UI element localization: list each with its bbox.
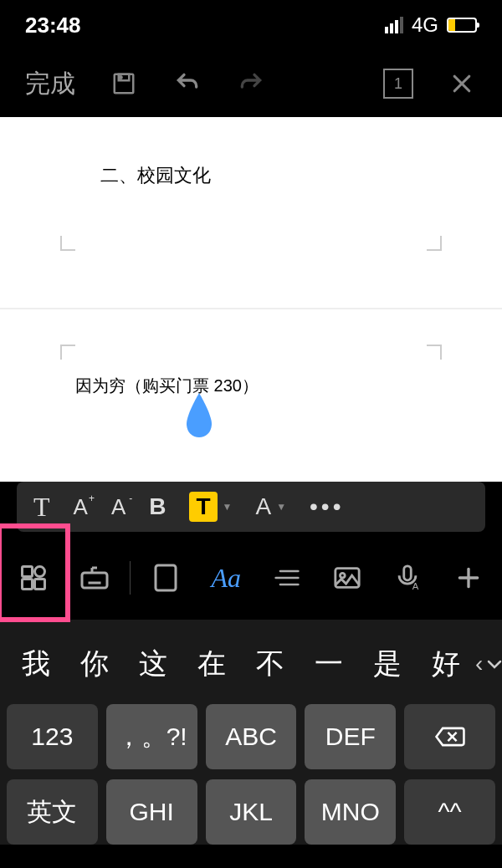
document-text-line[interactable]: 二、校园文化: [100, 163, 211, 188]
page-break: [0, 308, 502, 309]
key-emoji[interactable]: ^^: [404, 779, 495, 845]
svg-rect-23: [404, 566, 412, 580]
font-format-button[interactable]: Aa: [201, 549, 251, 607]
more-options-button[interactable]: •••: [310, 493, 344, 520]
redo-icon[interactable]: [236, 69, 266, 99]
candidate-row: 我 你 这 在 不 一 是 好 ‹: [0, 636, 502, 704]
bold-button[interactable]: B: [149, 493, 166, 520]
apps-grid-button[interactable]: [8, 549, 59, 607]
svg-rect-21: [336, 569, 359, 588]
key-punctuation[interactable]: ，。?!: [106, 704, 197, 769]
candidate-word[interactable]: 不: [241, 645, 300, 683]
divider: [130, 561, 131, 595]
image-button[interactable]: [322, 549, 372, 607]
chevron-down-icon: ▼: [276, 501, 286, 513]
top-toolbar: 完成 1: [0, 50, 502, 117]
add-button[interactable]: [443, 549, 494, 607]
page-number: 1: [394, 75, 402, 93]
key-def[interactable]: DEF: [305, 704, 396, 769]
svg-rect-9: [82, 573, 107, 588]
battery-icon: [447, 18, 477, 33]
signal-icon: [385, 17, 403, 33]
svg-text:A: A: [412, 581, 419, 591]
cursor-handle-icon[interactable]: [182, 389, 216, 439]
page-corner-icon: [60, 236, 75, 251]
key-grid: 123 ，。?! ABC DEF 英文 GHI JKL MNO ^^: [0, 704, 502, 845]
undo-icon[interactable]: [172, 69, 202, 99]
key-ghi[interactable]: GHI: [106, 779, 197, 845]
network-label: 4G: [412, 13, 438, 37]
document-text-line[interactable]: 因为穷（购买门票 230）: [75, 375, 259, 397]
key-mno[interactable]: MNO: [305, 779, 396, 845]
svg-rect-0: [115, 74, 134, 94]
key-language[interactable]: 英文: [7, 779, 98, 845]
page-corner-icon: [60, 345, 75, 360]
svg-rect-5: [23, 567, 33, 577]
candidate-word[interactable]: 你: [65, 645, 124, 683]
voice-input-button[interactable]: A: [382, 549, 433, 607]
svg-point-22: [341, 573, 346, 578]
svg-rect-7: [23, 580, 33, 590]
paragraph-button[interactable]: [261, 549, 311, 607]
highlight-button[interactable]: T ▼: [189, 492, 232, 522]
candidate-word[interactable]: 在: [182, 645, 241, 683]
keyboard-button[interactable]: [69, 549, 119, 607]
svg-point-6: [35, 567, 45, 577]
svg-rect-17: [156, 565, 176, 590]
candidate-word[interactable]: 好: [417, 645, 475, 683]
bottom-toolbar: Aa A: [0, 536, 502, 620]
done-button[interactable]: 完成: [25, 67, 75, 101]
format-toolbar: T A+ A- B T ▼ A ▼ •••: [17, 482, 485, 532]
document-canvas[interactable]: 二、校园文化 因为穷（购买门票 230）: [0, 117, 502, 482]
svg-rect-8: [35, 580, 45, 590]
key-backspace[interactable]: [404, 704, 495, 769]
close-icon[interactable]: [447, 69, 477, 99]
svg-point-2: [120, 76, 122, 79]
status-right: 4G: [385, 13, 477, 37]
key-jkl[interactable]: JKL: [206, 779, 297, 845]
time-label: 23:48: [25, 13, 81, 38]
text-style-button[interactable]: T: [33, 492, 50, 523]
candidate-word[interactable]: 这: [124, 645, 182, 683]
candidate-word[interactable]: 一: [300, 645, 358, 683]
adaptive-button[interactable]: [141, 549, 191, 607]
chevron-down-icon: ▼: [223, 501, 233, 513]
font-increase-button[interactable]: A+: [74, 494, 88, 520]
page-indicator[interactable]: 1: [383, 69, 413, 99]
page-corner-icon: [427, 345, 442, 360]
font-color-button[interactable]: A ▼: [255, 493, 286, 520]
keyboard: 我 你 这 在 不 一 是 好 ‹ 123 ，。?! ABC DEF 英文 GH…: [0, 620, 502, 845]
key-123[interactable]: 123: [7, 704, 98, 769]
key-abc[interactable]: ABC: [206, 704, 297, 769]
page-corner-icon: [427, 236, 442, 251]
candidate-word[interactable]: 是: [358, 645, 417, 683]
font-decrease-button[interactable]: A-: [111, 494, 126, 520]
candidate-expand-button[interactable]: ‹: [475, 651, 502, 677]
save-icon[interactable]: [109, 69, 139, 99]
candidate-word[interactable]: 我: [7, 645, 65, 683]
status-bar: 23:48 4G: [0, 0, 502, 50]
